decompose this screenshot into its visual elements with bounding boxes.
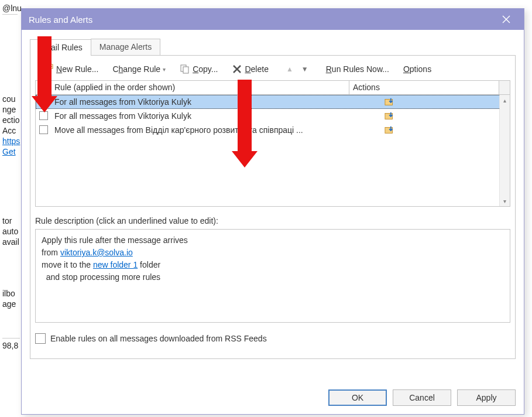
column-header-rule[interactable]: Rule (applied in the order shown) bbox=[51, 81, 349, 94]
options-label: Options bbox=[403, 64, 431, 74]
annotation-arrow-2 bbox=[232, 80, 258, 168]
move-up-icon: ▲ bbox=[286, 65, 293, 73]
grid-header: Rule (applied in the order shown) Action… bbox=[36, 81, 510, 95]
toolbar: New Rule... Change Rule ▾ Copy... bbox=[35, 61, 510, 80]
table-row[interactable]: For all messages from Viktoriya Kulyk bbox=[36, 95, 510, 109]
vertical-scrollbar[interactable]: ▴ ▾ bbox=[499, 95, 510, 206]
run-rules-label: Run Rules Now... bbox=[326, 64, 389, 74]
tab-manage-alerts[interactable]: Manage Alerts bbox=[91, 39, 161, 55]
copy-button[interactable]: Copy... bbox=[176, 63, 221, 76]
move-to-folder-icon bbox=[385, 97, 395, 107]
copy-label: Copy... bbox=[193, 64, 218, 74]
rule-description-box: Apply this rule after the message arrive… bbox=[35, 229, 510, 323]
rule-action-folder-link[interactable]: new folder 1 bbox=[93, 260, 138, 269]
desc-line: and stop processing more rules bbox=[42, 271, 504, 283]
svg-rect-7 bbox=[183, 67, 188, 73]
rule-condition-sender-link[interactable]: viktoriya.k@solva.io bbox=[60, 248, 133, 257]
rules-table: Rule (applied in the order shown) Action… bbox=[35, 80, 510, 207]
move-to-folder-icon bbox=[385, 125, 395, 135]
move-down-icon: ▼ bbox=[301, 65, 308, 73]
rule-checkbox[interactable] bbox=[36, 123, 51, 137]
rule-name: For all messages from Viktoriya Kulyk bbox=[51, 97, 349, 107]
rss-checkbox[interactable] bbox=[35, 333, 46, 344]
scroll-up-icon[interactable]: ▴ bbox=[500, 95, 510, 105]
move-up-button[interactable]: ▲ bbox=[283, 64, 297, 74]
desc-line: move it to the new folder 1 folder bbox=[42, 259, 504, 271]
rss-label: Enable rules on all messages downloaded … bbox=[50, 334, 267, 343]
tabs: Email Rules Manage Alerts bbox=[30, 38, 516, 56]
tab-panel: New Rule... Change Rule ▾ Copy... bbox=[30, 56, 516, 359]
rule-actions bbox=[349, 111, 499, 121]
delete-label: Delete bbox=[245, 64, 268, 74]
cancel-button[interactable]: Cancel bbox=[393, 389, 451, 406]
dropdown-arrow-icon: ▾ bbox=[163, 66, 166, 73]
change-rule-label: Change Rule bbox=[112, 64, 160, 74]
titlebar: Rules and Alerts bbox=[22, 9, 524, 30]
desc-line: from viktoriya.k@solva.io bbox=[42, 247, 504, 259]
move-down-button[interactable]: ▼ bbox=[298, 64, 312, 74]
dialog-buttons: OK Cancel Apply bbox=[22, 381, 524, 414]
rules-and-alerts-dialog: Rules and Alerts Email Rules Manage Aler… bbox=[21, 8, 524, 415]
apply-button[interactable]: Apply bbox=[457, 389, 516, 406]
rule-name: For all messages from Viktoriya Kulyk bbox=[51, 111, 349, 121]
close-icon bbox=[502, 15, 510, 23]
options-button[interactable]: Options bbox=[400, 63, 435, 75]
ok-button[interactable]: OK bbox=[328, 389, 387, 406]
rss-checkbox-row: Enable rules on all messages downloaded … bbox=[35, 333, 510, 344]
grid-body: For all messages from Viktoriya Kulyk bbox=[36, 95, 510, 206]
dialog-title: Rules and Alerts bbox=[29, 15, 496, 25]
column-header-actions[interactable]: Actions bbox=[349, 81, 499, 94]
table-row[interactable]: For all messages from Viktoriya Kulyk bbox=[36, 109, 510, 123]
change-rule-button[interactable]: Change Rule ▾ bbox=[109, 63, 169, 75]
run-rules-now-button[interactable]: Run Rules Now... bbox=[322, 63, 393, 75]
delete-icon bbox=[232, 64, 242, 74]
rule-name: Move all messages from Відділ кар'єрного… bbox=[51, 125, 349, 135]
scroll-down-icon[interactable]: ▾ bbox=[500, 196, 510, 206]
new-rule-label: New Rule... bbox=[56, 64, 98, 74]
annotation-arrow-1 bbox=[32, 36, 57, 112]
rule-actions bbox=[349, 125, 499, 135]
table-row[interactable]: Move all messages from Відділ кар'єрного… bbox=[36, 123, 510, 137]
copy-icon bbox=[180, 64, 190, 74]
move-to-folder-icon bbox=[385, 111, 395, 121]
rule-description-label: Rule description (click an underlined va… bbox=[35, 216, 510, 225]
rule-actions bbox=[349, 97, 499, 107]
delete-button[interactable]: Delete bbox=[228, 63, 272, 76]
desc-line: Apply this rule after the message arrive… bbox=[42, 234, 504, 247]
close-button[interactable] bbox=[496, 9, 517, 30]
